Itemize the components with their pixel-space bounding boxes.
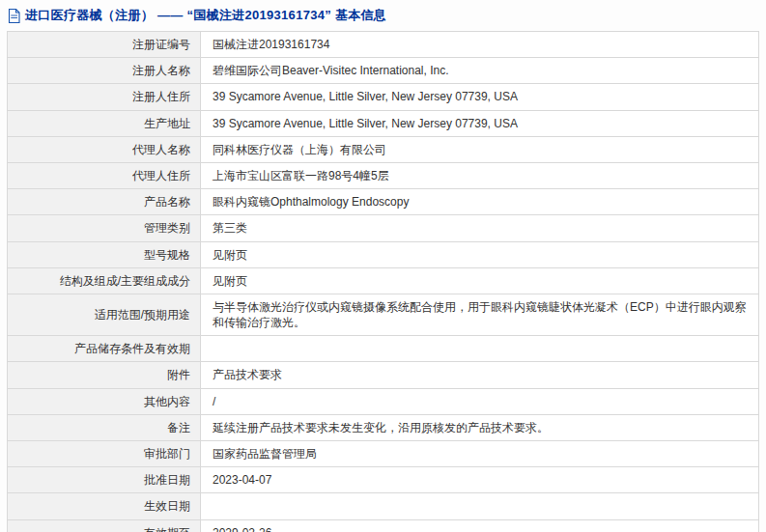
table-row: 代理人住所上海市宝山区富联一路98号4幢5层 <box>8 162 759 188</box>
row-label-text: 管理类别 <box>144 221 190 235</box>
row-value: 产品技术要求 <box>201 362 759 388</box>
table-row: 其他内容/ <box>8 388 759 414</box>
row-label-text: 产品名称 <box>144 195 190 209</box>
table-row: 备注延续注册产品技术要求未发生变化，沿用原核发的产品技术要求。 <box>8 414 759 440</box>
table-row: 注册人名称碧维国际公司Beaver-Visitec International,… <box>8 58 759 84</box>
row-label: 注册证编号 <box>8 32 201 58</box>
row-value <box>201 336 759 362</box>
document-icon <box>8 9 20 23</box>
table-row: 有效期至2029-02-26 <box>8 519 759 532</box>
row-value-text: 见附页 <box>213 274 247 288</box>
row-label: 结构及组成/主要组成成分 <box>8 267 201 294</box>
row-value-text: 39 Sycamore Avenue, Little Silver, New J… <box>213 117 518 130</box>
row-value-text: 见附页 <box>213 248 247 262</box>
row-label-text: 型号规格 <box>144 248 190 262</box>
row-value: 第三类 <box>201 215 759 241</box>
row-value-text: 同科林医疗仪器（上海）有限公司 <box>213 143 386 156</box>
row-value: 2023-04-07 <box>201 467 759 493</box>
table-row: 生效日期 <box>8 493 759 519</box>
row-label: 型号规格 <box>8 241 201 267</box>
row-value: 碧维国际公司Beaver-Visitec International, Inc. <box>201 58 759 84</box>
row-label: 管理类别 <box>8 215 201 241</box>
row-value: 国械注进20193161734 <box>201 32 759 58</box>
row-label-text: 其他内容 <box>144 395 190 408</box>
table-row: 注册证编号国械注进20193161734 <box>8 32 759 58</box>
row-value-text: 碧维国际公司Beaver-Visitec International, Inc. <box>213 64 449 77</box>
row-value-text: 国家药品监督管理局 <box>213 447 317 461</box>
row-label: 代理人住所 <box>8 162 201 188</box>
row-label-text: 注册人名称 <box>132 64 190 77</box>
row-label-text: 注册人住所 <box>132 90 190 103</box>
row-label: 备注 <box>8 414 201 440</box>
row-value-text: 国械注进20193161734 <box>213 38 329 51</box>
page-header: 进口医疗器械（注册） —— “国械注进20193161734” 基本信息 <box>0 0 766 29</box>
registration-info-page: 进口医疗器械（注册） —— “国械注进20193161734” 基本信息 注册证… <box>0 0 766 532</box>
row-label: 审批部门 <box>8 441 201 467</box>
table-row: 注册人住所39 Sycamore Avenue, Little Silver, … <box>8 84 759 110</box>
row-value: 国家药品监督管理局 <box>201 441 759 467</box>
row-value-text: 2029-02-26 <box>213 526 271 532</box>
row-value: 延续注册产品技术要求未发生变化，沿用原核发的产品技术要求。 <box>201 414 759 440</box>
table-row: 附件产品技术要求 <box>8 362 759 388</box>
row-label-text: 注册证编号 <box>132 38 190 51</box>
table-row: 生产地址39 Sycamore Avenue, Little Silver, N… <box>8 110 759 136</box>
row-label-text: 备注 <box>167 421 190 434</box>
row-value-text: 2023-04-07 <box>213 473 271 487</box>
table-row: 适用范围/预期用途与半导体激光治疗仪或内窥镜摄像系统配合使用，用于眼科内窥镜睫状… <box>8 294 759 335</box>
row-value-text: / <box>213 395 215 408</box>
table-row: 产品名称眼科内窥镜Ophthalmology Endoscopy <box>8 189 759 215</box>
row-label: 批准日期 <box>8 467 201 493</box>
table-row: 型号规格见附页 <box>8 241 759 267</box>
row-value-text: 上海市宝山区富联一路98号4幢5层 <box>213 169 389 182</box>
table-row: 审批部门国家药品监督管理局 <box>8 441 759 467</box>
row-label: 适用范围/预期用途 <box>8 294 201 335</box>
row-label-text: 批准日期 <box>144 473 190 487</box>
row-label: 有效期至 <box>8 519 201 532</box>
row-value: 上海市宝山区富联一路98号4幢5层 <box>201 162 759 188</box>
row-value-text: 延续注册产品技术要求未发生变化，沿用原核发的产品技术要求。 <box>213 421 549 434</box>
row-value: 2029-02-26 <box>201 519 759 532</box>
row-label: 代理人名称 <box>8 136 201 162</box>
row-label-text: 产品储存条件及有效期 <box>74 342 190 355</box>
row-label: 注册人住所 <box>8 84 201 110</box>
row-label-text: 代理人住所 <box>132 169 190 182</box>
page-title: 进口医疗器械（注册） —— “国械注进20193161734” 基本信息 <box>25 7 386 24</box>
table-row: 批准日期2023-04-07 <box>8 467 759 493</box>
row-value: 与半导体激光治疗仪或内窥镜摄像系统配合使用，用于眼科内窥镜睫状体光凝术（ECP）… <box>201 294 759 335</box>
row-label: 产品名称 <box>8 189 201 215</box>
row-label-text: 结构及组成/主要组成成分 <box>60 274 190 288</box>
row-label-text: 生产地址 <box>144 117 190 130</box>
row-label-text: 生效日期 <box>144 499 190 513</box>
row-label: 其他内容 <box>8 388 201 414</box>
table-row: 结构及组成/主要组成成分见附页 <box>8 267 759 294</box>
row-value: / <box>201 388 759 414</box>
row-value-text: 第三类 <box>213 221 247 235</box>
row-label: 附件 <box>8 362 201 388</box>
row-value-text: 眼科内窥镜Ophthalmology Endoscopy <box>213 195 409 209</box>
row-value-text: 产品技术要求 <box>213 368 282 381</box>
row-value <box>201 493 759 519</box>
row-label-text: 审批部门 <box>144 447 190 461</box>
row-label-text: 有效期至 <box>144 526 190 532</box>
row-label-text: 适用范围/预期用途 <box>95 308 190 322</box>
row-value: 39 Sycamore Avenue, Little Silver, New J… <box>201 110 759 136</box>
row-label-text: 附件 <box>167 368 190 381</box>
row-label: 注册人名称 <box>8 58 201 84</box>
row-label: 生产地址 <box>8 110 201 136</box>
row-label: 生效日期 <box>8 493 201 519</box>
row-value: 见附页 <box>201 241 759 267</box>
registration-info-table: 注册证编号国械注进20193161734注册人名称碧维国际公司Beaver-Vi… <box>7 31 759 532</box>
table-row: 产品储存条件及有效期 <box>8 336 759 362</box>
row-value: 眼科内窥镜Ophthalmology Endoscopy <box>201 189 759 215</box>
row-label-text: 代理人名称 <box>132 143 190 156</box>
row-value: 39 Sycamore Avenue, Little Silver, New J… <box>201 84 759 110</box>
row-value: 同科林医疗仪器（上海）有限公司 <box>201 136 759 162</box>
table-row: 代理人名称同科林医疗仪器（上海）有限公司 <box>8 136 759 162</box>
row-value-text: 39 Sycamore Avenue, Little Silver, New J… <box>213 90 518 103</box>
row-label: 产品储存条件及有效期 <box>8 336 201 362</box>
row-value: 见附页 <box>201 267 759 294</box>
table-row: 管理类别第三类 <box>8 215 759 241</box>
row-value-text: 与半导体激光治疗仪或内窥镜摄像系统配合使用，用于眼科内窥镜睫状体光凝术（ECP）… <box>213 300 747 329</box>
